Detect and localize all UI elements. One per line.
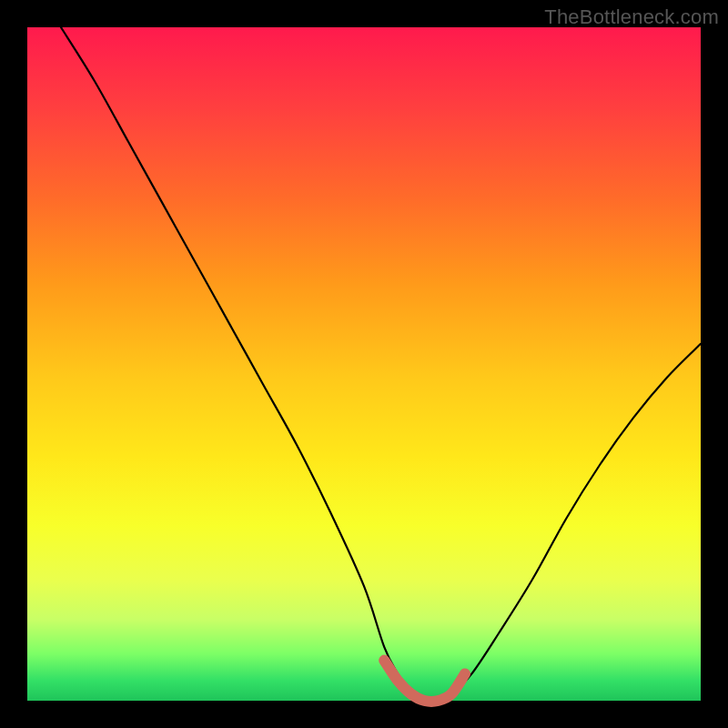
bottleneck-curve [61,27,701,702]
plot-area [27,27,701,701]
curve-layer [27,27,701,701]
watermark-label: TheBottleneck.com [544,5,719,29]
chart-frame: TheBottleneck.com [0,0,728,728]
optimal-band [384,661,465,702]
